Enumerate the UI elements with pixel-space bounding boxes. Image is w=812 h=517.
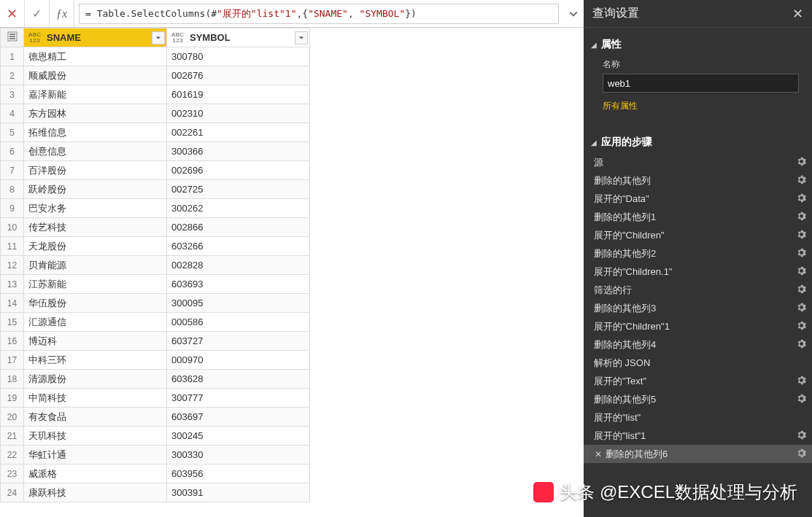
table-row[interactable]: 16 博迈科 603727 — [1, 332, 310, 351]
row-number[interactable]: 5 — [1, 123, 24, 142]
gear-icon[interactable] — [797, 193, 806, 205]
cell-symbol[interactable]: 603956 — [167, 464, 310, 483]
cell-symbol[interactable]: 000586 — [167, 313, 310, 332]
cell-symbol[interactable]: 002725 — [167, 180, 310, 199]
cell-sname[interactable]: 嘉泽新能 — [24, 85, 167, 104]
cell-symbol[interactable]: 300780 — [167, 47, 310, 66]
gear-icon[interactable] — [797, 430, 806, 442]
row-number[interactable]: 19 — [1, 389, 24, 408]
cell-sname[interactable]: 顺威股份 — [24, 66, 167, 85]
row-number[interactable]: 3 — [1, 85, 24, 104]
gear-icon[interactable] — [797, 339, 806, 351]
cell-symbol[interactable]: 300245 — [167, 427, 310, 446]
applied-step-item[interactable]: 删除的其他列3 — [584, 299, 812, 317]
table-row[interactable]: 10 传艺科技 002866 — [1, 218, 310, 237]
row-number[interactable]: 7 — [1, 161, 24, 180]
properties-section-header[interactable]: ◢ 属性 — [584, 34, 812, 55]
table-row[interactable]: 14 华伍股份 300095 — [1, 294, 310, 313]
delete-step-icon[interactable]: ✕ — [594, 449, 603, 459]
table-row[interactable]: 7 百洋股份 002696 — [1, 161, 310, 180]
cell-symbol[interactable]: 300366 — [167, 142, 310, 161]
table-row[interactable]: 8 跃岭股份 002725 — [1, 180, 310, 199]
cell-symbol[interactable]: 300330 — [167, 446, 310, 464]
table-row[interactable]: 23 威派格 603956 — [1, 464, 310, 483]
table-row[interactable]: 17 中科三环 000970 — [1, 351, 310, 370]
cell-symbol[interactable]: 300777 — [167, 389, 310, 408]
applied-step-item[interactable]: 展开的"Children"1 — [584, 317, 812, 335]
row-number[interactable]: 22 — [1, 446, 24, 464]
cell-sname[interactable]: 天玑科技 — [24, 427, 167, 446]
table-row[interactable]: 6 创意信息 300366 — [1, 142, 310, 161]
expand-formula-icon[interactable] — [563, 9, 584, 18]
column-filter-dropdown[interactable] — [295, 31, 308, 44]
gear-icon[interactable] — [797, 376, 806, 387]
data-grid[interactable]: ABC 123 SNAME ABC 123 — [0, 28, 584, 517]
table-row[interactable]: 5 拓维信息 002261 — [1, 123, 310, 142]
applied-step-item[interactable]: 展开的"Children.1" — [584, 263, 812, 281]
table-row[interactable]: 12 贝肯能源 002828 — [1, 256, 310, 275]
applied-step-item[interactable]: 解析的 JSON — [584, 354, 812, 372]
cell-sname[interactable]: 天龙股份 — [24, 237, 167, 256]
query-name-input[interactable] — [603, 74, 799, 93]
cell-sname[interactable]: 跃岭股份 — [24, 180, 167, 199]
cell-sname[interactable]: 汇源通信 — [24, 313, 167, 332]
gear-icon[interactable] — [797, 230, 806, 241]
table-row[interactable]: 21 天玑科技 300245 — [1, 427, 310, 446]
cell-sname[interactable]: 传艺科技 — [24, 218, 167, 237]
cell-sname[interactable]: 巴安水务 — [24, 199, 167, 218]
cell-symbol[interactable]: 000970 — [167, 351, 310, 370]
cell-sname[interactable]: 江苏新能 — [24, 275, 167, 294]
applied-step-item[interactable]: 删除的其他列5 — [584, 390, 812, 408]
row-number[interactable]: 9 — [1, 199, 24, 218]
applied-step-item[interactable]: 删除的其他列 — [584, 171, 812, 190]
gear-icon[interactable] — [797, 303, 806, 314]
cell-symbol[interactable]: 603693 — [167, 275, 310, 294]
gear-icon[interactable] — [797, 248, 806, 260]
table-row[interactable]: 1 德恩精工 300780 — [1, 47, 310, 66]
cell-sname[interactable]: 拓维信息 — [24, 123, 167, 142]
cell-symbol[interactable]: 002676 — [167, 66, 310, 85]
cell-sname[interactable]: 贝肯能源 — [24, 256, 167, 275]
all-properties-link[interactable]: 所有属性 — [603, 100, 638, 112]
select-all-corner[interactable] — [1, 28, 24, 47]
row-number[interactable]: 15 — [1, 313, 24, 332]
cell-sname[interactable]: 创意信息 — [24, 142, 167, 161]
row-number[interactable]: 11 — [1, 237, 24, 256]
applied-step-item[interactable]: 展开的"Children" — [584, 226, 812, 244]
cell-symbol[interactable]: 603628 — [167, 370, 310, 389]
cell-sname[interactable]: 东方园林 — [24, 104, 167, 123]
row-number[interactable]: 21 — [1, 427, 24, 446]
table-row[interactable]: 18 清源股份 603628 — [1, 370, 310, 389]
row-number[interactable]: 10 — [1, 218, 24, 237]
cell-sname[interactable]: 中科三环 — [24, 351, 167, 370]
cell-symbol[interactable]: 300095 — [167, 294, 310, 313]
row-number[interactable]: 20 — [1, 408, 24, 427]
cell-symbol[interactable]: 002828 — [167, 256, 310, 275]
table-row[interactable]: 3 嘉泽新能 601619 — [1, 85, 310, 104]
table-row[interactable]: 11 天龙股份 603266 — [1, 237, 310, 256]
applied-step-item[interactable]: 源 — [584, 153, 812, 171]
row-number[interactable]: 8 — [1, 180, 24, 199]
gear-icon[interactable] — [797, 266, 806, 278]
column-filter-dropdown[interactable] — [152, 31, 165, 44]
applied-step-item[interactable]: 展开的"list" — [584, 408, 812, 427]
row-number[interactable]: 24 — [1, 483, 24, 502]
applied-step-item[interactable]: 删除的其他列2 — [584, 244, 812, 263]
cell-sname[interactable]: 华虹计通 — [24, 446, 167, 464]
cell-symbol[interactable]: 002696 — [167, 161, 310, 180]
gear-icon[interactable] — [797, 448, 806, 460]
cell-symbol[interactable]: 603266 — [167, 237, 310, 256]
table-row[interactable]: 20 有友食品 603697 — [1, 408, 310, 427]
cell-sname[interactable]: 清源股份 — [24, 370, 167, 389]
cell-sname[interactable]: 威派格 — [24, 464, 167, 483]
cell-sname[interactable]: 华伍股份 — [24, 294, 167, 313]
table-row[interactable]: 24 康跃科技 300391 — [1, 483, 310, 502]
row-number[interactable]: 4 — [1, 104, 24, 123]
cell-symbol[interactable]: 002866 — [167, 218, 310, 237]
row-number[interactable]: 18 — [1, 370, 24, 389]
cell-sname[interactable]: 百洋股份 — [24, 161, 167, 180]
close-icon[interactable]: ✕ — [792, 6, 803, 22]
applied-step-item[interactable]: ✕删除的其他列6 — [584, 445, 812, 463]
gear-icon[interactable] — [797, 211, 806, 223]
gear-icon[interactable] — [797, 321, 806, 333]
